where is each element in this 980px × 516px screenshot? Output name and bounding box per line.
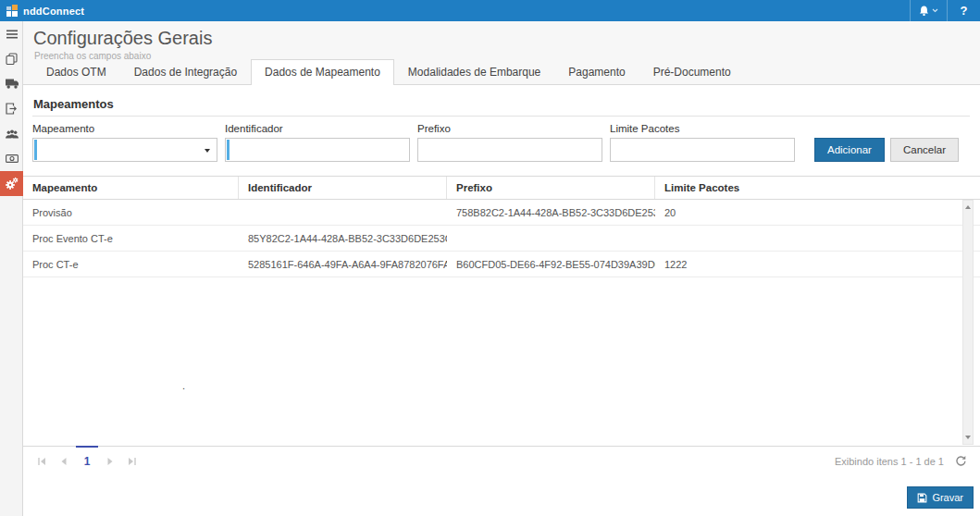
brand-name: nddConnect — [23, 6, 84, 17]
identificador-input[interactable] — [226, 139, 409, 161]
limite-pacotes-input[interactable] — [611, 139, 794, 161]
pager-last-button[interactable] — [121, 447, 143, 475]
main-area: Configurações Gerais Preencha os campos … — [23, 21, 980, 516]
prefixo-input[interactable] — [418, 139, 602, 161]
cancelar-button[interactable]: Cancelar — [890, 138, 959, 162]
money-icon — [6, 154, 19, 163]
section-title: Mapeamentos — [32, 97, 970, 117]
cell-identificador: 85Y82C2-1A44-428A-BB52-3C33D6DE253C — [239, 226, 447, 251]
cell-mapeamento: Proc Evento CT-e — [23, 226, 239, 251]
sidebar-item-settings[interactable] — [0, 171, 23, 196]
stray-dot: . — [182, 380, 185, 391]
export-icon — [6, 103, 18, 115]
adicionar-button[interactable]: Adicionar — [814, 138, 885, 162]
hamburger-icon — [6, 30, 18, 39]
brand-logo[interactable]: nddConnect — [0, 5, 84, 17]
tab-modalidades-embarque[interactable]: Modalidades de Embarque — [394, 59, 554, 85]
tab-pagamento[interactable]: Pagamento — [554, 59, 639, 85]
identificador-ctrl — [225, 138, 410, 162]
pager-prev-button[interactable] — [53, 447, 75, 475]
select-caret-icon — [205, 149, 210, 153]
sidebar-item-shipping[interactable] — [0, 71, 23, 96]
sidebar-item-documents[interactable] — [0, 46, 23, 71]
gears-icon — [5, 177, 19, 190]
mapping-form: Mapeamento Identificador Prefixo Lim — [23, 117, 980, 162]
prefixo-ctrl — [417, 138, 602, 162]
page-header: Configurações Gerais Preencha os campos … — [23, 21, 980, 85]
ndd-logo-icon — [6, 5, 19, 17]
pager-first-button[interactable] — [31, 447, 53, 475]
tab-bar: Dados OTM Dados de Integração Dados de M… — [32, 59, 745, 85]
tab-dados-otm[interactable]: Dados OTM — [32, 59, 120, 85]
cell-identificador — [239, 200, 447, 225]
cell-prefixo: B60CFD05-DE66-4F92-BE55-074D39A39D03 — [447, 252, 655, 276]
tab-dados-integracao[interactable]: Dados de Integração — [120, 59, 251, 85]
pager-page-1[interactable]: 1 — [75, 447, 99, 475]
grid-header: Mapeamento Identificador Prefixo Limite … — [23, 177, 980, 200]
notifications-button[interactable] — [910, 0, 947, 21]
pager-next-button[interactable] — [99, 447, 121, 475]
mapeamento-select[interactable] — [32, 138, 217, 162]
users-icon — [6, 129, 19, 139]
save-icon — [917, 493, 927, 503]
mappings-grid: Mapeamento Identificador Prefixo Limite … — [23, 176, 980, 474]
pager-status: Exibindo itens 1 - 1 de 1 — [835, 456, 944, 467]
help-button[interactable]: ? — [947, 0, 980, 21]
field-identificador: Identificador — [225, 123, 410, 162]
tab-pre-documento[interactable]: Pré-Documento — [639, 59, 745, 85]
sidebar — [0, 21, 23, 516]
field-mapeamento: Mapeamento — [32, 123, 217, 162]
copy-icon — [6, 53, 18, 65]
mapeamento-label: Mapeamento — [32, 123, 217, 134]
sidebar-item-billing[interactable] — [0, 146, 23, 171]
gravar-label: Gravar — [932, 492, 963, 503]
grid-body: Provisão 758B82C2-1A44-428A-BB52-3C33D6D… — [23, 200, 980, 446]
bell-icon — [919, 5, 929, 17]
scroll-down-icon[interactable] — [963, 432, 973, 443]
sidebar-item-users[interactable] — [0, 121, 23, 146]
table-row[interactable]: Proc CT-e 5285161F-646A-49FA-A6A4-9FA878… — [23, 252, 980, 277]
sidebar-item-export[interactable] — [0, 96, 23, 121]
chevron-down-icon — [932, 8, 938, 13]
table-row[interactable]: Proc Evento CT-e 85Y82C2-1A44-428A-BB52-… — [23, 226, 980, 252]
vertical-scrollbar[interactable] — [962, 200, 974, 445]
mapeamento-select-value[interactable] — [33, 139, 217, 161]
cell-limite: 20 — [655, 200, 980, 225]
cell-limite — [655, 226, 980, 251]
field-limite-pacotes: Limite Pacotes — [610, 123, 795, 162]
column-header-limite-pacotes[interactable]: Limite Pacotes — [655, 177, 980, 199]
top-bar: nddConnect ? — [0, 0, 980, 21]
column-header-prefixo[interactable]: Prefixo — [447, 177, 655, 199]
gravar-button[interactable]: Gravar — [907, 486, 974, 509]
column-header-mapeamento[interactable]: Mapeamento — [23, 177, 239, 199]
truck-icon — [6, 79, 19, 89]
prefixo-label: Prefixo — [417, 123, 602, 134]
page-title: Configurações Gerais — [23, 21, 980, 49]
column-header-identificador[interactable]: Identificador — [239, 177, 447, 199]
limite-pacotes-label: Limite Pacotes — [610, 123, 795, 134]
cell-identificador: 5285161F-646A-49FA-A6A4-9FA8782076FA — [239, 252, 447, 276]
cell-mapeamento: Provisão — [23, 200, 239, 225]
identificador-label: Identificador — [225, 123, 410, 134]
sidebar-item-menu[interactable] — [0, 21, 23, 46]
cell-mapeamento: Proc CT-e — [23, 252, 239, 276]
refresh-icon[interactable] — [955, 455, 967, 467]
limite-pacotes-ctrl — [610, 138, 795, 162]
field-prefixo: Prefixo — [417, 123, 602, 162]
cell-prefixo — [447, 226, 655, 251]
tab-dados-mapeamento[interactable]: Dados de Mapeamento — [251, 59, 394, 85]
table-row[interactable]: Provisão 758B82C2-1A44-428A-BB52-3C33D6D… — [23, 200, 980, 226]
grid-pager: 1 Exibindo itens 1 - 1 de 1 — [23, 446, 980, 475]
cell-prefixo: 758B82C2-1A44-428A-BB52-3C33D6DE253C — [447, 200, 655, 225]
scroll-up-icon[interactable] — [963, 202, 973, 213]
tab-content: Mapeamentos Mapeamento Identificador Pre… — [23, 85, 980, 516]
help-icon: ? — [961, 4, 968, 18]
cell-limite: 1222 — [655, 252, 980, 276]
